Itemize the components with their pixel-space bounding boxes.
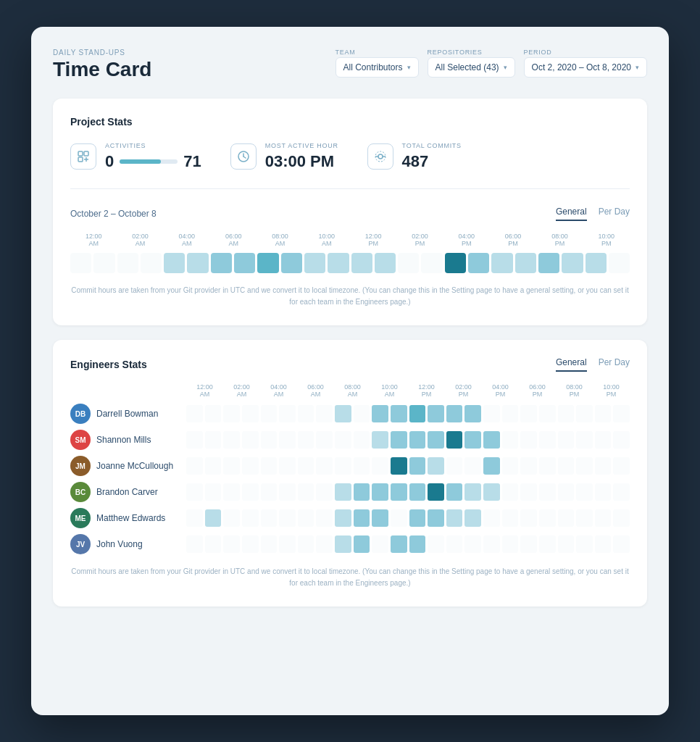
eng-heatmap-cell xyxy=(186,535,203,553)
eng-heatmap-cell xyxy=(186,483,203,501)
eng-heatmap-cell xyxy=(483,509,500,527)
repositories-filter-dropdown[interactable]: All Selected (43) ▾ xyxy=(428,57,515,78)
repositories-chevron-icon: ▾ xyxy=(504,64,507,71)
heatmap-cell xyxy=(70,253,91,273)
project-date-range: October 2 – October 8 xyxy=(70,209,157,219)
heatmap-cell xyxy=(281,253,302,273)
heatmap-cell xyxy=(187,253,208,273)
eng-heatmap-cell xyxy=(372,457,388,475)
engineer-info: BCBrandon Carver xyxy=(70,482,186,502)
heatmap-cell xyxy=(211,253,232,273)
heatmap-cell xyxy=(257,253,278,273)
tab-perday-project[interactable]: Per Day xyxy=(599,207,630,221)
eng-heatmap-cell xyxy=(446,509,463,527)
heatmap-cell xyxy=(351,253,372,273)
activities-label: ACTIVITIES xyxy=(105,142,201,149)
eng-heatmap-cell xyxy=(242,509,259,527)
engineers-tab-group: General Per Day xyxy=(556,357,630,372)
eng-heatmap-cell xyxy=(539,457,556,475)
heatmap-cell xyxy=(164,253,185,273)
eng-heatmap-cell xyxy=(391,535,407,553)
eng-time-label: 02:00PM xyxy=(445,383,482,398)
engineer-name: Joanne McCullough xyxy=(96,461,173,471)
engineer-heatmap xyxy=(186,405,630,422)
eng-heatmap-cell xyxy=(558,535,575,553)
eng-heatmap-cell xyxy=(464,431,481,449)
activities-stat: ACTIVITIES 0 71 xyxy=(70,142,201,171)
eng-heatmap-cell xyxy=(428,483,444,501)
svg-rect-0 xyxy=(78,151,83,156)
eng-time-label: 04:00AM xyxy=(260,383,297,398)
eng-heatmap-cell xyxy=(186,405,203,422)
eng-heatmap-cell xyxy=(576,405,593,422)
eng-heatmap-cell xyxy=(335,535,351,553)
most-active-hour-label: MOST ACTIVE HOUR xyxy=(265,142,338,149)
eng-heatmap-cell xyxy=(354,535,370,553)
period-filter-dropdown[interactable]: Oct 2, 2020 – Oct 8, 2020 ▾ xyxy=(524,57,647,78)
time-label: 10:00AM xyxy=(304,233,350,247)
engineer-name: Shannon Mills xyxy=(96,435,151,445)
eng-heatmap-cell xyxy=(223,457,240,475)
eng-heatmap-cell xyxy=(613,457,630,475)
eng-heatmap-cell xyxy=(335,457,351,475)
eng-heatmap-cell xyxy=(483,535,500,553)
eng-heatmap-cell xyxy=(464,483,481,501)
engineer-row: BCBrandon Carver xyxy=(70,482,630,502)
eng-heatmap-cell xyxy=(261,483,278,501)
eng-heatmap-cell xyxy=(576,509,593,527)
eng-heatmap-cell xyxy=(539,431,556,449)
period-chevron-icon: ▾ xyxy=(636,64,639,71)
engineer-name: Brandon Carver xyxy=(96,487,158,497)
eng-time-label: 06:00AM xyxy=(297,383,334,398)
eng-heatmap-cell xyxy=(464,405,481,422)
eng-heatmap-cell xyxy=(558,405,575,422)
header-filters: TEAM All Contributors ▾ REPOSITORIES All… xyxy=(336,49,648,78)
team-filter-dropdown[interactable]: All Contributors ▾ xyxy=(336,57,419,78)
eng-time-label: 02:00AM xyxy=(223,383,260,398)
time-label: 08:00AM xyxy=(257,233,303,247)
team-chevron-icon: ▾ xyxy=(407,64,411,71)
eng-heatmap-cell xyxy=(316,509,333,527)
engineer-heatmap xyxy=(186,483,630,501)
engineers-time-axis: 12:00AM02:00AM04:00AM06:00AM08:00AM10:00… xyxy=(70,383,630,398)
time-label: 12:00AM xyxy=(70,233,117,247)
eng-heatmap-cell xyxy=(595,509,612,527)
project-heatmap xyxy=(70,253,630,273)
eng-time-label: 10:00PM xyxy=(593,383,630,398)
eng-heatmap-cell xyxy=(576,457,593,475)
eng-heatmap-cell xyxy=(316,483,333,501)
activities-value: 0 71 xyxy=(105,152,201,171)
project-stats-title: Project Stats xyxy=(70,116,630,128)
heatmap-cell xyxy=(468,253,489,273)
eng-heatmap-cell xyxy=(372,483,388,501)
eng-heatmap-cell xyxy=(298,431,314,449)
heatmap-cell xyxy=(328,253,349,273)
heatmap-cell xyxy=(586,253,607,273)
most-active-hour-value: 03:00 PM xyxy=(265,152,338,171)
page-title: Time Card xyxy=(53,58,151,81)
engineer-row: JVJohn Vuong xyxy=(70,534,630,554)
heatmap-cell xyxy=(515,253,536,273)
eng-heatmap-cell xyxy=(298,457,314,475)
time-label: 08:00PM xyxy=(536,233,583,247)
tab-perday-engineers[interactable]: Per Day xyxy=(599,357,630,372)
eng-heatmap-cell xyxy=(464,535,481,553)
eng-heatmap-cell xyxy=(520,483,537,501)
eng-heatmap-cell xyxy=(613,535,630,553)
eng-heatmap-cell xyxy=(409,509,426,527)
eng-heatmap-cell xyxy=(261,509,278,527)
eng-heatmap-cell xyxy=(539,535,556,553)
tab-general-project[interactable]: General xyxy=(556,207,587,221)
eng-time-label: 08:00PM xyxy=(556,383,593,398)
stats-row: ACTIVITIES 0 71 xyxy=(70,142,630,189)
eng-heatmap-cell xyxy=(502,405,519,422)
eng-heatmap-cell xyxy=(223,535,240,553)
total-commits-value: 487 xyxy=(402,152,462,171)
eng-heatmap-cell xyxy=(261,431,278,449)
time-label: 10:00PM xyxy=(583,233,630,247)
heatmap-cell xyxy=(93,253,114,273)
project-stats-card: Project Stats ACTIVITIES 0 xyxy=(53,99,647,325)
eng-heatmap-cell xyxy=(205,509,222,527)
heatmap-cell xyxy=(491,253,512,273)
tab-general-engineers[interactable]: General xyxy=(556,357,587,372)
